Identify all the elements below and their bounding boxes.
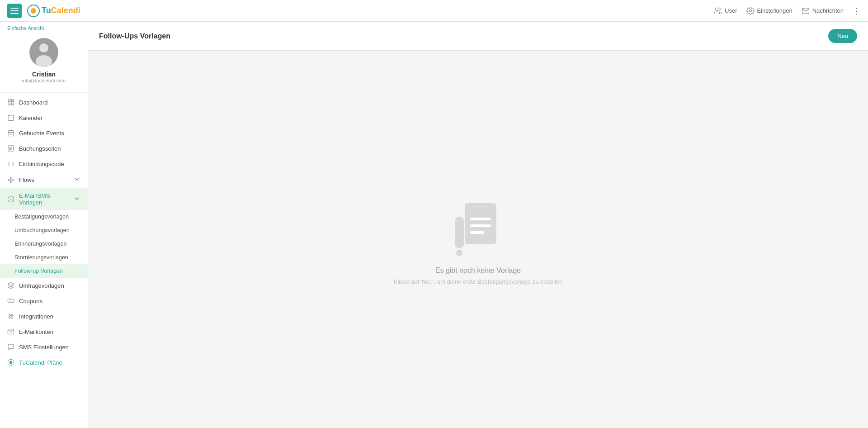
empty-state-title: Es gibt noch keine Vorlage: [435, 266, 521, 275]
logo-text: TuCalendi: [42, 6, 80, 15]
app-header: TuCalendi User Einstellungen Nachrichten…: [0, 0, 868, 22]
submenu-erinnerungsvorlagen[interactable]: Erinnerungsvorlagen: [0, 237, 88, 251]
svg-point-33: [11, 314, 13, 316]
plans-icon: [7, 359, 14, 366]
mail-icon: [802, 7, 810, 15]
main-content: Follow-Ups Vorlagen Neu Es gibt noch kei…: [88, 22, 868, 428]
svg-point-1: [31, 8, 36, 14]
sidebar-item-gebuchte-events-label: Gebuchte Events: [19, 130, 80, 137]
sidebar-item-integrationen[interactable]: Integrationen: [0, 309, 88, 324]
survey-icon: [7, 282, 14, 289]
sidebar-item-sms-einstellungen[interactable]: SMS Einstellungen: [0, 339, 88, 355]
sidebar-item-email-sms-vorlagen[interactable]: E-Mail/SMS-Vorlagen: [0, 188, 88, 210]
messages-label: Nachrichten: [812, 7, 844, 14]
svg-point-41: [9, 361, 12, 363]
page-icon: [7, 145, 14, 152]
sidebar-item-gebuchte-events[interactable]: Gebuchte Events: [0, 125, 88, 141]
check-circle-icon: [7, 195, 14, 203]
sidebar-item-tucalendi-plane[interactable]: TuCalendi Pläne: [0, 355, 88, 370]
svg-rect-9: [11, 103, 14, 105]
svg-point-2: [716, 8, 718, 10]
sidebar-item-umfragevorlagen[interactable]: Umfragevorlagen: [0, 278, 88, 293]
svg-point-34: [9, 317, 10, 319]
header-right: User Einstellungen Nachrichten ⋮: [714, 6, 861, 16]
user-label: User: [725, 7, 737, 14]
sidebar: Einfache Ansicht Cristian info@tucalendi…: [0, 22, 88, 428]
user-email: info@tucalendi.com: [22, 78, 66, 83]
messages-button[interactable]: Nachrichten: [802, 7, 844, 15]
sidebar-item-tucalendi-plane-label: TuCalendi Pläne: [19, 359, 80, 366]
submenu-followup-vorlagen[interactable]: Follow-up Vorlagen: [0, 264, 88, 278]
svg-rect-7: [8, 100, 10, 102]
sidebar-item-emailkonten[interactable]: E-Mailkonten: [0, 324, 88, 339]
svg-rect-30: [8, 299, 14, 303]
sidebar-item-kalender-label: Kalender: [19, 114, 80, 121]
svg-point-3: [749, 10, 751, 12]
sidebar-item-emailkonten-label: E-Mailkonten: [19, 328, 80, 335]
sidebar-item-flows[interactable]: Flows: [0, 171, 88, 188]
settings-label: Einstellungen: [757, 7, 793, 14]
svg-point-5: [39, 43, 48, 52]
flows-chevron-icon: [73, 176, 80, 184]
user-profile: Cristian info@tucalendi.com: [0, 33, 88, 90]
menu-toggle-button[interactable]: [7, 4, 22, 18]
app-layout: Einfache Ansicht Cristian info@tucalendi…: [0, 22, 868, 428]
nav-divider: [0, 92, 88, 93]
empty-state-subtitle: Klicke auf 'Neu', um deine erste Bestäti…: [394, 278, 563, 285]
sidebar-item-sms-einstellungen-label: SMS Einstellungen: [19, 344, 80, 351]
user-button[interactable]: User: [714, 7, 737, 15]
logo-icon: [27, 5, 40, 17]
integrations-icon: [7, 313, 14, 320]
check-calendar-icon: [7, 129, 14, 137]
sidebar-item-flows-label: Flows: [19, 176, 69, 183]
sidebar-item-kalender[interactable]: Kalender: [0, 110, 88, 125]
grid-icon: [7, 99, 14, 106]
sidebar-item-coupons-label: Coupons: [19, 298, 80, 304]
more-button[interactable]: ⋮: [853, 6, 861, 16]
svg-point-47: [456, 250, 462, 256]
submenu-umbuchungsvorlagen[interactable]: Umbuchungsvorlagen: [0, 224, 88, 237]
submenu-bestatigungsvorlagen[interactable]: Bestätigungsvorlagen: [0, 210, 88, 224]
svg-point-25: [10, 181, 12, 183]
svg-rect-42: [465, 203, 496, 244]
svg-point-23: [8, 179, 9, 181]
logo: TuCalendi: [27, 5, 80, 17]
sidebar-item-dashboard-label: Dashboard: [19, 99, 80, 106]
sidebar-item-integrationen-label: Integrationen: [19, 313, 80, 320]
settings-button[interactable]: Einstellungen: [746, 7, 793, 15]
header-left: TuCalendi: [7, 4, 80, 18]
new-button[interactable]: Neu: [828, 29, 857, 43]
empty-state-icon: [451, 194, 505, 257]
svg-rect-15: [8, 131, 14, 136]
svg-point-35: [11, 317, 13, 319]
empty-state: Es gibt noch keine Vorlage Klicke auf 'N…: [88, 51, 868, 428]
sidebar-item-umfragevorlagen-label: Umfragevorlagen: [19, 282, 80, 289]
submenu-stornierungsvorlagen[interactable]: Stornierungsvorlagen: [0, 251, 88, 264]
sidebar-item-einbindungscode-label: Einbindungscode: [19, 161, 80, 167]
simple-view-link[interactable]: Einfache Ansicht: [0, 22, 88, 33]
sidebar-item-buchungsseiten-label: Buchungsseiten: [19, 145, 80, 152]
sidebar-item-einbindungscode[interactable]: Einbindungscode: [0, 156, 88, 171]
svg-point-26: [12, 179, 14, 181]
avatar: [29, 38, 58, 67]
logo-calendi: Calendi: [51, 6, 80, 15]
sidebar-item-email-sms-vorlagen-label: E-Mail/SMS-Vorlagen: [19, 192, 69, 206]
svg-rect-11: [8, 115, 14, 121]
svg-point-24: [10, 177, 12, 179]
svg-rect-46: [455, 217, 464, 248]
svg-point-32: [9, 314, 10, 316]
settings-icon: [746, 7, 755, 15]
sidebar-item-dashboard[interactable]: Dashboard: [0, 95, 88, 110]
flows-icon: [7, 176, 14, 184]
avatar-image: [29, 38, 58, 67]
sidebar-item-coupons[interactable]: Coupons: [0, 293, 88, 309]
coupon-icon: [7, 297, 14, 304]
email-account-icon: [7, 328, 14, 335]
svg-rect-10: [8, 103, 10, 105]
sms-icon: [7, 343, 14, 351]
code-icon: [7, 160, 14, 167]
content-header: Follow-Ups Vorlagen Neu: [88, 22, 868, 51]
calendar-icon: [7, 114, 14, 121]
user-icon: [714, 7, 722, 15]
sidebar-item-buchungsseiten[interactable]: Buchungsseiten: [0, 141, 88, 156]
